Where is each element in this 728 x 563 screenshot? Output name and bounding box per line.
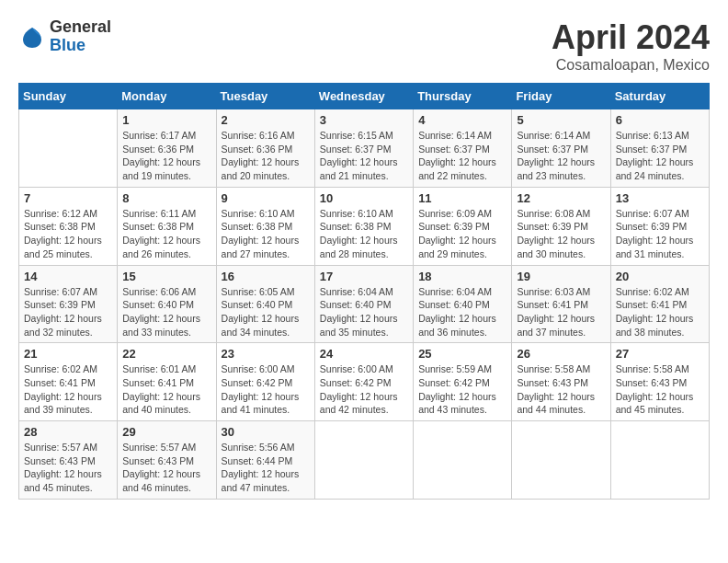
day-number: 22 <box>122 347 210 361</box>
logo-general: General <box>50 18 111 37</box>
header-day-wednesday: Wednesday <box>314 84 413 109</box>
day-info: Sunrise: 6:09 AM Sunset: 6:39 PM Dayligh… <box>418 207 506 261</box>
day-cell: 20Sunrise: 6:02 AM Sunset: 6:41 PM Dayli… <box>610 265 709 343</box>
day-info: Sunrise: 6:14 AM Sunset: 6:37 PM Dayligh… <box>517 129 605 183</box>
calendar-title: April 2024 <box>552 18 710 57</box>
day-number: 30 <box>222 425 310 439</box>
day-cell: 19Sunrise: 6:03 AM Sunset: 6:41 PM Dayli… <box>512 265 610 343</box>
day-number: 18 <box>418 270 506 283</box>
day-number: 23 <box>222 347 310 361</box>
day-info: Sunrise: 6:04 AM Sunset: 6:40 PM Dayligh… <box>320 285 408 339</box>
header-row: SundayMondayTuesdayWednesdayThursdayFrid… <box>19 84 710 109</box>
day-number: 6 <box>616 113 704 127</box>
day-info: Sunrise: 5:57 AM Sunset: 6:43 PM Dayligh… <box>122 441 210 495</box>
day-cell: 25Sunrise: 5:59 AM Sunset: 6:42 PM Dayli… <box>414 343 512 421</box>
day-number: 1 <box>122 113 210 127</box>
day-number: 21 <box>24 347 112 361</box>
day-cell <box>414 421 512 500</box>
day-cell <box>512 421 610 500</box>
day-info: Sunrise: 6:10 AM Sunset: 6:38 PM Dayligh… <box>222 207 310 261</box>
day-cell: 22Sunrise: 6:01 AM Sunset: 6:41 PM Dayli… <box>118 343 216 421</box>
week-row-2: 14Sunrise: 6:07 AM Sunset: 6:39 PM Dayli… <box>19 265 710 343</box>
day-info: Sunrise: 6:17 AM Sunset: 6:36 PM Dayligh… <box>122 129 210 183</box>
logo: General Blue <box>18 18 111 55</box>
day-cell <box>314 421 413 500</box>
title-section: April 2024 Cosamaloapan, Mexico <box>552 18 710 74</box>
day-info: Sunrise: 6:00 AM Sunset: 6:42 PM Dayligh… <box>320 362 408 417</box>
day-cell: 24Sunrise: 6:00 AM Sunset: 6:42 PM Dayli… <box>314 343 413 421</box>
header-day-monday: Monday <box>118 84 216 109</box>
day-cell: 26Sunrise: 5:58 AM Sunset: 6:43 PM Dayli… <box>512 343 610 421</box>
day-number: 15 <box>122 270 210 283</box>
day-cell: 14Sunrise: 6:07 AM Sunset: 6:39 PM Dayli… <box>19 265 118 343</box>
day-info: Sunrise: 6:12 AM Sunset: 6:38 PM Dayligh… <box>24 207 112 261</box>
day-cell: 30Sunrise: 5:56 AM Sunset: 6:44 PM Dayli… <box>216 421 314 500</box>
day-number: 11 <box>418 191 506 205</box>
day-cell: 28Sunrise: 5:57 AM Sunset: 6:43 PM Dayli… <box>19 421 118 500</box>
day-info: Sunrise: 6:15 AM Sunset: 6:37 PM Dayligh… <box>320 129 408 183</box>
day-cell: 4Sunrise: 6:14 AM Sunset: 6:37 PM Daylig… <box>414 109 512 188</box>
day-number: 12 <box>517 191 605 205</box>
day-cell: 12Sunrise: 6:08 AM Sunset: 6:39 PM Dayli… <box>512 187 610 265</box>
header-day-tuesday: Tuesday <box>216 84 314 109</box>
calendar-subtitle: Cosamaloapan, Mexico <box>552 57 710 74</box>
day-number: 26 <box>517 347 605 361</box>
day-info: Sunrise: 6:13 AM Sunset: 6:37 PM Dayligh… <box>616 129 704 183</box>
week-row-1: 7Sunrise: 6:12 AM Sunset: 6:38 PM Daylig… <box>19 187 710 265</box>
page-header: General Blue April 2024 Cosamaloapan, Me… <box>18 18 710 74</box>
day-cell: 7Sunrise: 6:12 AM Sunset: 6:38 PM Daylig… <box>19 187 118 265</box>
logo-blue: Blue <box>50 37 111 55</box>
day-cell: 17Sunrise: 6:04 AM Sunset: 6:40 PM Dayli… <box>314 265 413 343</box>
day-info: Sunrise: 6:07 AM Sunset: 6:39 PM Dayligh… <box>616 207 704 261</box>
week-row-4: 28Sunrise: 5:57 AM Sunset: 6:43 PM Dayli… <box>19 421 710 500</box>
calendar-table: SundayMondayTuesdayWednesdayThursdayFrid… <box>18 83 710 500</box>
day-info: Sunrise: 6:02 AM Sunset: 6:41 PM Dayligh… <box>616 285 704 339</box>
day-number: 24 <box>320 347 408 361</box>
day-number: 5 <box>517 113 605 127</box>
day-info: Sunrise: 6:08 AM Sunset: 6:39 PM Dayligh… <box>517 207 605 261</box>
day-cell: 11Sunrise: 6:09 AM Sunset: 6:39 PM Dayli… <box>414 187 512 265</box>
day-cell: 2Sunrise: 6:16 AM Sunset: 6:36 PM Daylig… <box>216 109 314 188</box>
day-number: 28 <box>24 425 112 439</box>
logo-text: General Blue <box>50 18 111 55</box>
day-cell <box>19 109 118 188</box>
day-info: Sunrise: 6:02 AM Sunset: 6:41 PM Dayligh… <box>24 362 112 417</box>
day-cell: 3Sunrise: 6:15 AM Sunset: 6:37 PM Daylig… <box>314 109 413 188</box>
day-info: Sunrise: 5:57 AM Sunset: 6:43 PM Dayligh… <box>24 441 112 495</box>
day-number: 17 <box>320 270 408 283</box>
day-number: 9 <box>222 191 310 205</box>
day-cell: 6Sunrise: 6:13 AM Sunset: 6:37 PM Daylig… <box>610 109 709 188</box>
day-info: Sunrise: 6:04 AM Sunset: 6:40 PM Dayligh… <box>418 285 506 339</box>
day-info: Sunrise: 6:06 AM Sunset: 6:40 PM Dayligh… <box>122 285 210 339</box>
day-cell: 13Sunrise: 6:07 AM Sunset: 6:39 PM Dayli… <box>610 187 709 265</box>
logo-icon <box>18 23 46 51</box>
day-info: Sunrise: 5:58 AM Sunset: 6:43 PM Dayligh… <box>517 362 605 417</box>
day-number: 19 <box>517 270 605 283</box>
calendar-body: 1Sunrise: 6:17 AM Sunset: 6:36 PM Daylig… <box>19 109 710 500</box>
day-cell: 16Sunrise: 6:05 AM Sunset: 6:40 PM Dayli… <box>216 265 314 343</box>
day-cell: 10Sunrise: 6:10 AM Sunset: 6:38 PM Dayli… <box>314 187 413 265</box>
day-cell: 1Sunrise: 6:17 AM Sunset: 6:36 PM Daylig… <box>118 109 216 188</box>
day-cell: 21Sunrise: 6:02 AM Sunset: 6:41 PM Dayli… <box>19 343 118 421</box>
day-number: 4 <box>418 113 506 127</box>
day-number: 2 <box>222 113 310 127</box>
day-cell: 23Sunrise: 6:00 AM Sunset: 6:42 PM Dayli… <box>216 343 314 421</box>
day-info: Sunrise: 6:16 AM Sunset: 6:36 PM Dayligh… <box>222 129 310 183</box>
day-cell: 29Sunrise: 5:57 AM Sunset: 6:43 PM Dayli… <box>118 421 216 500</box>
header-day-friday: Friday <box>512 84 610 109</box>
day-info: Sunrise: 6:14 AM Sunset: 6:37 PM Dayligh… <box>418 129 506 183</box>
day-number: 16 <box>222 270 310 283</box>
day-info: Sunrise: 5:59 AM Sunset: 6:42 PM Dayligh… <box>418 362 506 417</box>
day-info: Sunrise: 6:07 AM Sunset: 6:39 PM Dayligh… <box>24 285 112 339</box>
day-info: Sunrise: 5:58 AM Sunset: 6:43 PM Dayligh… <box>616 362 704 417</box>
day-info: Sunrise: 5:56 AM Sunset: 6:44 PM Dayligh… <box>222 441 310 495</box>
day-cell: 27Sunrise: 5:58 AM Sunset: 6:43 PM Dayli… <box>610 343 709 421</box>
day-cell <box>610 421 709 500</box>
day-number: 27 <box>616 347 704 361</box>
day-cell: 8Sunrise: 6:11 AM Sunset: 6:38 PM Daylig… <box>118 187 216 265</box>
day-info: Sunrise: 6:01 AM Sunset: 6:41 PM Dayligh… <box>122 362 210 417</box>
header-day-sunday: Sunday <box>19 84 118 109</box>
day-info: Sunrise: 6:05 AM Sunset: 6:40 PM Dayligh… <box>222 285 310 339</box>
day-number: 13 <box>616 191 704 205</box>
day-info: Sunrise: 6:03 AM Sunset: 6:41 PM Dayligh… <box>517 285 605 339</box>
